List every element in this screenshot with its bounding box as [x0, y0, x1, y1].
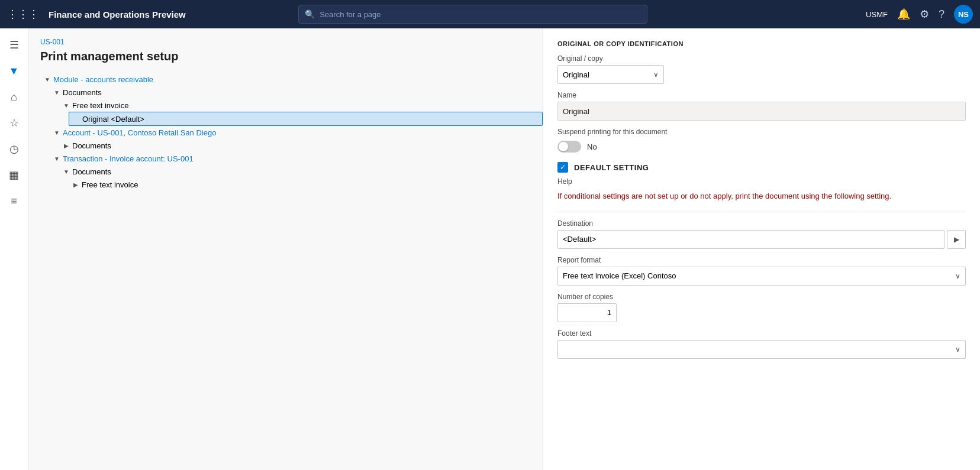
user-avatar[interactable]: NS — [954, 5, 973, 24]
sidebar: ☰ ▼ ⌂ ☆ ◷ ▦ ≡ — [0, 28, 28, 470]
help-label: Help — [557, 177, 966, 186]
default-setting-label: DEFAULT SETTING — [574, 163, 649, 172]
filter-icon[interactable]: ▼ — [2, 59, 26, 83]
toggle-module[interactable]: ▼ — [43, 74, 52, 84]
divider — [557, 212, 966, 212]
grid-icon[interactable]: ⋮⋮⋮ — [7, 8, 39, 21]
notification-icon[interactable]: 🔔 — [897, 8, 910, 21]
destination-input[interactable]: <Default> — [557, 230, 944, 249]
tree-panel: US-001 Print management setup ▼ Module -… — [28, 28, 543, 470]
tree-row-original-default[interactable]: Original <Default> — [69, 112, 543, 126]
search-icon: 🔍 — [305, 9, 315, 19]
suspend-toggle-label: No — [587, 142, 597, 151]
modules-icon[interactable]: ≡ — [2, 189, 26, 213]
documents3-label: Documents — [71, 167, 111, 176]
toggle-documents1[interactable]: ▼ — [52, 87, 62, 97]
account-label: Account - US-001, Contoso Retail San Die… — [62, 128, 216, 137]
toggle-knob — [559, 142, 568, 151]
tree-row-documents1[interactable]: ▼ Documents — [50, 86, 543, 99]
default-setting-checkbox[interactable]: ✓ — [557, 162, 568, 173]
section-heading-original: ORIGINAL OR COPY IDENTIFICATION — [557, 40, 966, 47]
destination-value: <Default> — [563, 235, 596, 244]
menu-icon[interactable]: ☰ — [2, 33, 26, 57]
app-title: Finance and Operations Preview — [49, 9, 186, 20]
breadcrumb: US-001 — [40, 38, 543, 46]
tree-row-module[interactable]: ▼ Module - accounts receivable — [40, 73, 543, 86]
favorites-icon[interactable]: ☆ — [2, 111, 26, 135]
original-copy-chevron: ∨ — [653, 70, 659, 79]
tree-row-free-text-invoice2[interactable]: ▶ Free text invoice — [69, 178, 543, 191]
toggle-free-text-invoice1[interactable]: ▼ — [62, 101, 71, 110]
destination-arrow-button[interactable]: ▶ — [947, 230, 966, 249]
search-bar[interactable]: 🔍 — [298, 5, 647, 24]
search-input[interactable] — [320, 10, 641, 19]
report-format-select[interactable]: Free text invoice (Excel) Contoso ∨ — [557, 267, 966, 286]
toggle-original-default — [72, 114, 81, 124]
main-content: US-001 Print management setup ▼ Module -… — [28, 28, 980, 470]
topbar-right: USMF 🔔 ⚙ ? NS — [866, 5, 973, 24]
suspend-label: Suspend printing for this document — [557, 128, 966, 136]
suspend-toggle-row: No — [557, 141, 966, 153]
footer-text-label: Footer text — [557, 329, 966, 338]
number-of-copies-label: Number of copies — [557, 293, 966, 301]
default-setting-row: ✓ DEFAULT SETTING — [557, 162, 966, 173]
original-copy-select[interactable]: Original ∨ — [557, 65, 664, 84]
report-format-chevron: ∨ — [955, 272, 960, 280]
toggle-documents2[interactable]: ▶ — [62, 141, 71, 150]
tree-row-transaction[interactable]: ▼ Transaction - Invoice account: US-001 — [50, 152, 543, 165]
recent-icon[interactable]: ◷ — [2, 137, 26, 161]
topbar: ⋮⋮⋮ Finance and Operations Preview 🔍 USM… — [0, 0, 980, 28]
report-format-label: Report format — [557, 256, 966, 264]
page-title: Print management setup — [40, 50, 543, 63]
free-text-invoice1-label: Free text invoice — [71, 101, 128, 110]
toggle-account[interactable]: ▼ — [52, 128, 62, 137]
tree-row-free-text-invoice1[interactable]: ▼ Free text invoice — [59, 99, 543, 112]
workspaces-icon[interactable]: ▦ — [2, 163, 26, 187]
tree-row-documents3[interactable]: ▼ Documents — [59, 165, 543, 178]
name-label: Name — [557, 91, 966, 99]
toggle-free-text-invoice2[interactable]: ▶ — [71, 180, 80, 189]
tree: ▼ Module - accounts receivable ▼ Documen… — [40, 73, 543, 191]
name-input: Original — [557, 102, 966, 121]
destination-row: <Default> ▶ — [557, 230, 966, 249]
suspend-toggle[interactable] — [557, 141, 581, 153]
documents2-label: Documents — [71, 141, 111, 150]
original-default-label: Original <Default> — [81, 115, 144, 124]
entity-label: USMF — [866, 10, 888, 19]
help-icon[interactable]: ? — [939, 8, 944, 21]
toggle-documents3[interactable]: ▼ — [62, 167, 71, 176]
number-of-copies-input[interactable]: 1 — [557, 303, 617, 322]
number-of-copies-value: 1 — [607, 308, 611, 317]
transaction-label: Transaction - Invoice account: US-001 — [62, 154, 194, 163]
free-text-invoice2-label: Free text invoice — [80, 180, 138, 189]
checkmark-icon: ✓ — [560, 163, 566, 171]
footer-text-chevron: ∨ — [955, 345, 960, 354]
tree-row-documents2[interactable]: ▶ Documents — [59, 139, 543, 152]
settings-icon[interactable]: ⚙ — [920, 8, 929, 21]
destination-label: Destination — [557, 219, 966, 228]
original-copy-value: Original — [563, 70, 589, 79]
original-copy-label: Original / copy — [557, 54, 966, 63]
tree-row-account[interactable]: ▼ Account - US-001, Contoso Retail San D… — [50, 126, 543, 139]
form-panel: ORIGINAL OR COPY IDENTIFICATION Original… — [543, 28, 980, 470]
help-section: Help If conditional settings are not set… — [557, 177, 966, 205]
help-text: If conditional settings are not set up o… — [557, 188, 966, 205]
toggle-transaction[interactable]: ▼ — [52, 154, 62, 163]
home-icon[interactable]: ⌂ — [2, 85, 26, 109]
documents1-label: Documents — [62, 88, 102, 97]
report-format-value: Free text invoice (Excel) Contoso — [563, 271, 676, 280]
module-label: Module - accounts receivable — [52, 75, 153, 84]
footer-text-select[interactable]: ∨ — [557, 340, 966, 359]
